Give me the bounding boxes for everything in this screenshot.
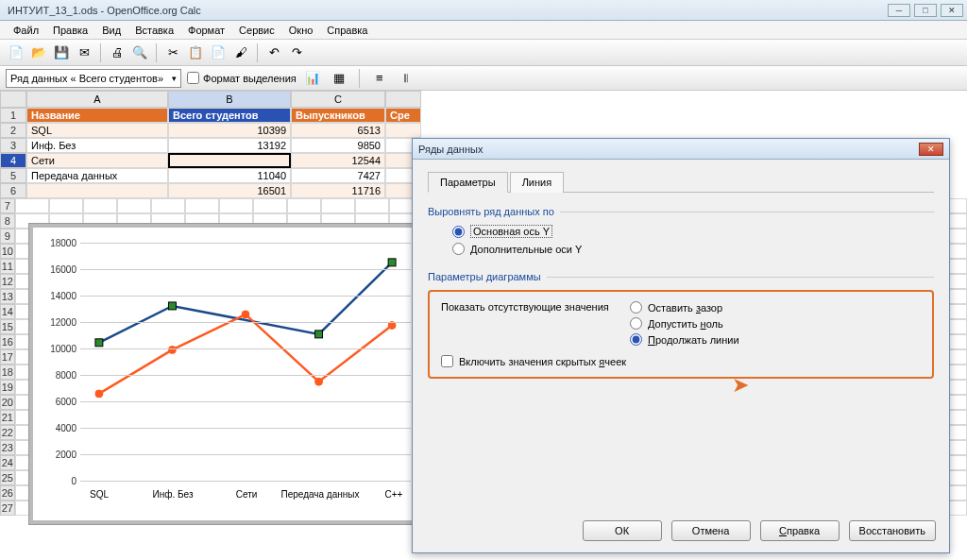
series-selector-combo[interactable]: Ряд данных « Всего студентов» [6,69,181,88]
svg-rect-3 [388,259,396,266]
grid-v-icon[interactable]: ⦀ [396,68,416,89]
col-header-b[interactable]: B [168,91,291,108]
maximize-button[interactable]: □ [914,4,937,17]
new-icon[interactable]: 📄 [6,42,26,63]
undo-icon[interactable]: ↶ [263,42,284,63]
cut-icon[interactable]: ✂ [162,42,183,63]
radio-leave-gap[interactable]: Оставить зазор [630,301,739,314]
cell[interactable]: Сре [385,108,421,123]
radio-continue-line[interactable]: Продолжать линии [630,333,739,346]
active-cell[interactable] [168,153,291,168]
tab-line[interactable]: Линия [510,172,565,193]
data-series-dialog: Ряды данных ✕ Параметры Линия Выровнять … [412,138,950,553]
redo-icon[interactable]: ↷ [286,42,307,63]
col-header-d[interactable] [385,91,421,108]
dialog-titlebar[interactable]: Ряды данных ✕ [413,139,949,160]
chart-object[interactable]: 0200040006000800010000120001400016000180… [28,223,425,525]
col-header-a[interactable]: A [26,91,168,108]
svg-rect-4 [95,390,103,398]
window-title: ИНТУИТ_13_1.ods - OpenOffice.org Calc [8,5,201,16]
window-titlebar: ИНТУИТ_13_1.ods - OpenOffice.org Calc ─ … [0,0,967,21]
save-icon[interactable]: 💾 [51,42,72,63]
minimize-button[interactable]: ─ [888,4,910,17]
chart-type-icon[interactable]: 📊 [302,68,323,89]
dialog-close-button[interactable]: ✕ [919,143,943,156]
svg-rect-6 [242,311,249,318]
ok-button[interactable]: ОК [583,520,662,541]
row-header[interactable]: 1 [0,108,26,123]
grid-h-icon[interactable]: ≡ [369,68,390,89]
cancel-button[interactable]: Отмена [671,520,751,541]
col-header-c[interactable]: C [291,91,385,108]
close-window-button[interactable]: ✕ [941,4,963,17]
copy-icon[interactable]: 📋 [185,42,206,63]
missing-values-label: Показать отсутствующие значения [441,301,630,313]
group-chart-options: Параметры диаграммы [428,271,934,282]
tab-parameters[interactable]: Параметры [428,172,508,193]
cursor-icon: ➤ [732,373,756,398]
menu-tools[interactable]: Сервис [233,23,280,38]
checkbox-hidden-cells[interactable]: Включить значения скрытых ячеек [441,355,921,367]
svg-rect-2 [315,331,323,338]
svg-rect-7 [315,378,323,385]
format-selection-checkbox[interactable]: Формат выделения [187,72,297,84]
preview-icon[interactable]: 🔍 [129,42,150,63]
menu-file[interactable]: Файл [8,23,44,38]
highlighted-options-frame: Показать отсутствующие значения Оставить… [428,290,934,379]
paste-icon[interactable]: 📄 [208,42,229,63]
cell[interactable]: Название [26,108,168,123]
menu-help[interactable]: Справка [321,23,373,38]
menu-edit[interactable]: Правка [47,23,93,38]
chart-plot-area: 0200040006000800010000120001400016000180… [80,243,411,479]
dialog-title: Ряды данных [418,144,483,155]
brush-icon[interactable]: 🖌 [230,42,251,63]
email-icon[interactable]: ✉ [74,42,94,63]
dialog-tabs: Параметры Линия [428,171,934,193]
radio-assume-zero[interactable]: Допустить ноль [630,317,739,330]
cell[interactable]: Всего студентов [168,108,291,123]
menu-insert[interactable]: Вставка [129,23,179,38]
radio-primary-y[interactable]: Основная ось Y [452,225,934,238]
radio-secondary-y[interactable]: Дополнительные оси Y [452,243,934,255]
chart-data-icon[interactable]: ▦ [329,68,349,89]
svg-rect-0 [95,339,103,347]
sheet-area: A B C 1 Название Всего студентов Выпускн… [0,91,967,560]
group-align-axis: Выровнять ряд данных по [428,206,934,217]
help-button[interactable]: Справка [760,520,840,541]
menu-view[interactable]: Вид [96,23,127,38]
svg-rect-1 [168,302,176,310]
select-all-corner[interactable] [0,91,26,108]
menu-bar: Файл Правка Вид Вставка Формат Сервис Ок… [0,21,967,40]
menu-window[interactable]: Окно [283,23,319,38]
chart-lines [80,243,411,480]
svg-rect-5 [168,346,176,353]
menu-format[interactable]: Формат [182,23,230,38]
toolbar-format: Ряд данных « Всего студентов» Формат выд… [0,66,967,91]
reset-button[interactable]: Восстановить [849,520,936,541]
open-icon[interactable]: 📂 [28,42,49,63]
cell[interactable]: Выпускников [291,108,385,123]
print-icon[interactable]: 🖨 [107,42,127,63]
toolbar-main: 📄 📂 💾 ✉ 🖨 🔍 ✂ 📋 📄 🖌 ↶ ↷ [0,40,967,66]
